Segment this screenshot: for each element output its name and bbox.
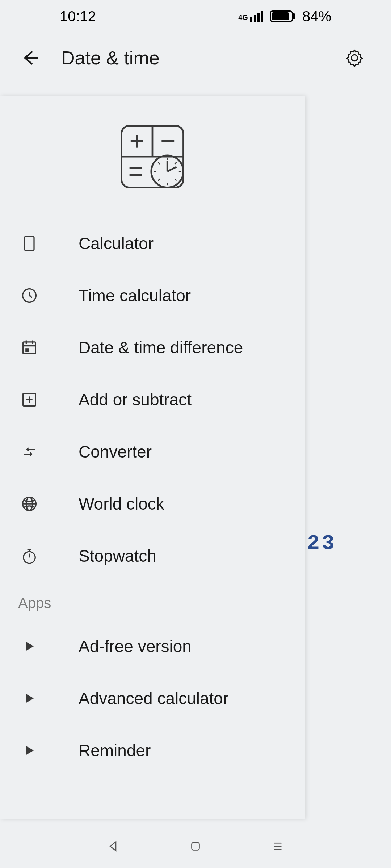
nav-recent-button[interactable]: [269, 837, 287, 855]
app-bar: Date & time: [0, 33, 391, 83]
section-title-apps: Apps: [0, 582, 305, 620]
globe-icon: [18, 493, 41, 515]
svg-line-15: [158, 162, 160, 164]
drawer-item-label: Advanced calculator: [79, 689, 228, 708]
drawer-item-date-time-difference[interactable]: Date & time difference: [0, 322, 305, 374]
drawer-apps-items: Ad-free version Advanced calculator Remi…: [0, 620, 305, 776]
drawer-item-label: Ad-free version: [79, 637, 192, 656]
drawer-item-label: Add or subtract: [79, 390, 192, 409]
status-bar: 10:12 4G 84%: [0, 0, 391, 33]
settings-button[interactable]: [345, 48, 364, 67]
play-icon: [18, 635, 41, 658]
drawer-header: [0, 96, 305, 217]
status-right: 4G 84%: [238, 8, 331, 25]
triangle-back-icon: [106, 839, 121, 854]
drawer-main-items: Calculator Time calculator Date & time d…: [0, 217, 305, 582]
status-time: 10:12: [60, 8, 96, 25]
calendar-icon: [18, 336, 41, 359]
drawer-item-label: Reminder: [79, 741, 151, 760]
signal-indicator: 4G: [238, 11, 263, 22]
battery-percentage: 84%: [302, 8, 331, 25]
menu-recent-icon: [270, 839, 285, 854]
drawer-item-label: Time calculator: [79, 286, 191, 305]
nav-home-button[interactable]: [186, 837, 205, 855]
drawer-item-label: Converter: [79, 442, 152, 461]
drawer-item-add-subtract[interactable]: Add or subtract: [0, 374, 305, 426]
signal-bars-icon: [250, 11, 263, 22]
drawer-item-advanced-calculator[interactable]: Advanced calculator: [0, 672, 305, 724]
drawer-item-time-calculator[interactable]: Time calculator: [0, 269, 305, 322]
play-icon: [18, 687, 41, 710]
background-time-fragment: 23: [307, 532, 337, 555]
plus-box-icon: [18, 388, 41, 411]
arrow-left-icon: [20, 48, 40, 68]
square-home-icon: [188, 839, 203, 854]
svg-line-17: [158, 179, 160, 181]
drawer-item-ad-free-version[interactable]: Ad-free version: [0, 620, 305, 672]
svg-line-10: [167, 167, 176, 172]
app-logo-icon: [118, 122, 187, 191]
drawer-item-converter[interactable]: Converter: [0, 426, 305, 478]
navigation-drawer: Calculator Time calculator Date & time d…: [0, 96, 305, 819]
drawer-item-label: World clock: [79, 494, 164, 514]
drawer-item-reminder[interactable]: Reminder: [0, 724, 305, 776]
page-title: Date & time: [61, 47, 324, 69]
clock-icon: [18, 284, 41, 307]
svg-rect-25: [25, 348, 29, 352]
svg-line-16: [175, 179, 177, 181]
svg-rect-36: [192, 843, 199, 850]
drawer-item-label: Calculator: [79, 234, 154, 253]
network-type: 4G: [238, 13, 248, 22]
nav-back-button[interactable]: [104, 837, 122, 855]
drawer-item-label: Stopwatch: [79, 546, 156, 566]
stopwatch-icon: [18, 545, 41, 567]
play-icon: [18, 739, 41, 762]
svg-rect-19: [25, 237, 34, 251]
gear-icon: [345, 48, 364, 67]
drawer-item-world-clock[interactable]: World clock: [0, 478, 305, 530]
calculator-icon: [18, 232, 41, 255]
battery-icon: [270, 10, 295, 22]
drawer-item-calculator[interactable]: Calculator: [0, 217, 305, 269]
system-nav-bar: [0, 825, 391, 868]
drawer-item-label: Date & time difference: [79, 338, 243, 357]
svg-line-18: [175, 162, 177, 164]
svg-point-32: [24, 552, 35, 563]
back-button[interactable]: [20, 48, 40, 68]
converter-icon: [18, 441, 41, 463]
drawer-item-stopwatch[interactable]: Stopwatch: [0, 530, 305, 582]
